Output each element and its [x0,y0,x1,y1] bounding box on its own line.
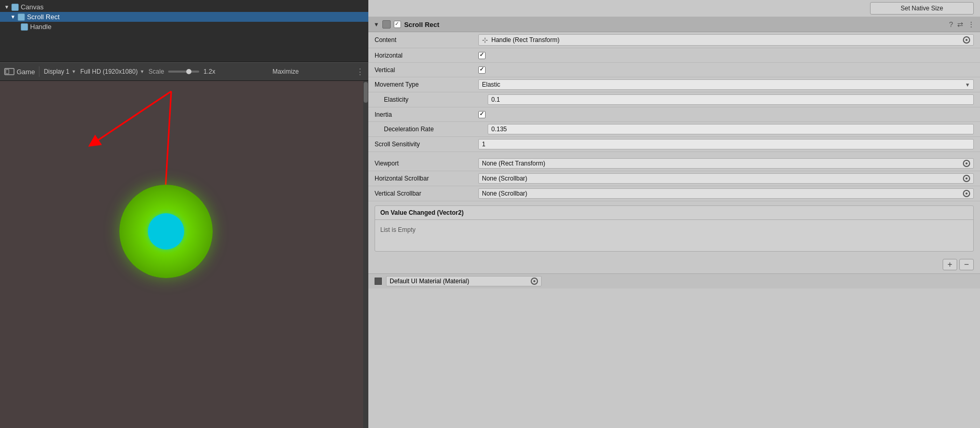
content-object-field[interactable]: ⊹ Handle (Rect Transform) [478,34,974,46]
inertia-checkbox[interactable] [478,111,486,118]
component-icon [382,20,391,29]
more-icon[interactable]: ⋮ [968,20,975,29]
vertical-scrollbar-object-label: None (Scrollbar) [482,190,527,197]
event-section: On Value Changed (Vector2) List is Empty [375,205,974,252]
horizontal-row: Horizontal [368,48,980,63]
movement-type-selected: Elastic [482,81,500,88]
hierarchy-item-canvas[interactable]: ▼ Canvas [0,2,368,12]
horizontal-scrollbar-field[interactable]: None (Scrollbar) [478,173,974,184]
handle-label: Handle [30,23,51,31]
hierarchy-panel: ▼ Canvas ▼ Scroll Rect Handle [0,0,368,62]
viewport-object-field[interactable]: None (Rect Transform) [478,158,974,169]
header-icons: ? ⇄ ⋮ [949,20,975,29]
viewport-row: Viewport None (Rect Transform) [368,156,980,171]
viewport-value: None (Rect Transform) [478,158,974,169]
event-empty-label: List is Empty [380,226,416,233]
horizontal-value [478,52,974,59]
canvas-label: Canvas [21,3,44,11]
separator [39,66,39,77]
deceleration-rate-value [488,124,974,134]
help-icon[interactable]: ? [949,20,953,29]
scale-label-text: Scale [148,68,164,75]
remove-event-button[interactable]: − [959,259,974,270]
event-title: On Value Changed (Vector2) [380,209,464,216]
svg-line-2 [93,91,171,143]
target-icon-content[interactable] [963,36,970,44]
scale-value: 1.2x [203,68,215,75]
scale-slider[interactable] [168,71,199,73]
horizontal-checkbox[interactable] [478,52,486,59]
spacer [368,152,980,156]
vertical-label: Vertical [375,66,478,74]
cube-icon-handle [21,23,28,31]
scroll-rect-label: Scroll Rect [27,13,60,21]
vertical-row: Vertical [368,63,980,77]
scale-thumb [186,69,191,74]
content-value: ⊹ Handle (Rect Transform) [478,34,974,46]
resolution-arrow: ▼ [140,69,144,74]
hierarchy-item-scroll-rect[interactable]: ▼ Scroll Rect [0,12,368,22]
game-label: Game [17,68,35,76]
component-enabled-checkbox[interactable] [394,21,401,28]
horizontal-scrollbar-label: Horizontal Scrollbar [375,175,478,182]
elasticity-row: Elasticity [368,92,980,107]
movement-type-label: Movement Type [375,81,478,88]
component-title: Scroll Rect [404,21,946,29]
scroll-sensitivity-input[interactable] [478,139,974,149]
vertical-scrollbar-value: None (Scrollbar) [478,188,974,199]
game-toolbar: Game Display 1 ▼ Full HD (1920x1080) ▼ S… [0,62,368,81]
viewport-label: Viewport [375,160,478,167]
target-icon-horizontal-scrollbar[interactable] [963,175,970,182]
left-scrollbar[interactable] [363,81,368,428]
inertia-label: Inertia [375,111,478,118]
elasticity-value [488,94,974,105]
resolution-label: Full HD (1920x1080) [80,68,138,75]
left-scrollbar-thumb [364,82,368,103]
inspector-panel: Set Native Size ▼ Scroll Rect ? ⇄ ⋮ Cont… [368,0,980,428]
scroll-sensitivity-label: Scroll Sensitivity [375,141,478,148]
event-header: On Value Changed (Vector2) [375,206,973,220]
movement-type-dropdown[interactable]: Elastic ▼ [478,79,974,90]
crosshair-left-icon: ⊹ [482,36,488,44]
add-event-button[interactable]: + [943,259,957,270]
game-circle-outer [119,185,213,278]
game-canvas [0,81,368,428]
movement-type-row: Movement Type Elastic ▼ [368,77,980,92]
settings-icon[interactable]: ⇄ [957,20,963,29]
deceleration-rate-label: Deceleration Rate [384,126,488,133]
maximize-btn[interactable]: Maximize [272,68,299,75]
elasticity-input[interactable] [488,94,974,105]
vertical-scrollbar-label: Vertical Scrollbar [375,190,478,197]
cube-icon-canvas [11,4,19,11]
game-tab[interactable]: Game [4,68,35,76]
viewport-object-label: None (Rect Transform) [482,160,545,167]
resolution-dropdown[interactable]: Full HD (1920x1080) ▼ [80,68,145,75]
horizontal-scrollbar-value: None (Scrollbar) [478,173,974,184]
hierarchy-item-handle[interactable]: Handle [0,22,368,32]
elasticity-label: Elasticity [384,96,488,103]
top-bar: Set Native Size [368,0,980,17]
bottom-material-field[interactable]: Default UI Material (Material) [386,276,542,286]
game-icon [4,68,15,75]
target-icon-material[interactable] [531,278,538,285]
component-collapse-arrow[interactable]: ▼ [374,21,379,27]
vertical-scrollbar-row: Vertical Scrollbar None (Scrollbar) [368,186,980,201]
set-native-size-button[interactable]: Set Native Size [870,2,974,15]
horizontal-scrollbar-object-label: None (Scrollbar) [482,175,527,182]
movement-type-arrow: ▼ [965,82,970,88]
display-dropdown[interactable]: Display 1 ▼ [44,68,76,75]
cube-icon-scroll-rect [18,13,25,21]
collapse-arrow-scroll-rect: ▼ [10,14,16,20]
toolbar-dots[interactable]: ⋮ [356,67,364,77]
deceleration-rate-row: Deceleration Rate [368,122,980,137]
event-footer: + − [368,256,980,273]
target-icon-viewport[interactable] [963,160,970,167]
target-icon-vertical-scrollbar[interactable] [963,190,970,197]
deceleration-rate-input[interactable] [488,124,974,134]
inertia-row: Inertia [368,107,980,122]
svg-rect-1 [6,70,9,74]
vertical-scrollbar-field[interactable]: None (Scrollbar) [478,188,974,199]
vertical-checkbox[interactable] [478,66,486,74]
bottom-checkbox [375,278,382,285]
content-object-label: Handle (Rect Transform) [491,36,559,44]
